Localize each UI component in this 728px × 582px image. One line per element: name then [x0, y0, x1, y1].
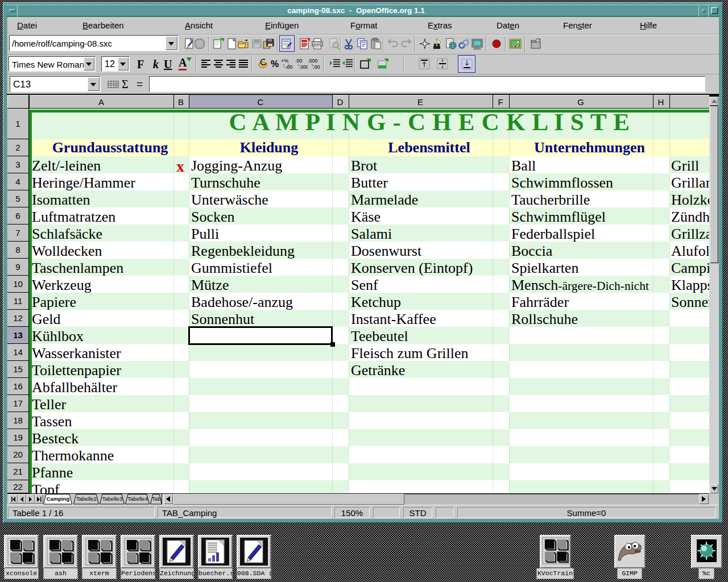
svg-text:.00: .00 [313, 64, 320, 70]
svg-text:.00: .00 [295, 58, 303, 64]
svg-text:+%: +% [281, 58, 288, 64]
svg-text:%: % [271, 59, 279, 69]
svg-text:.00: .00 [286, 64, 293, 70]
svg-text:.000: .000 [308, 58, 318, 64]
svg-text:.000: .000 [299, 64, 308, 70]
